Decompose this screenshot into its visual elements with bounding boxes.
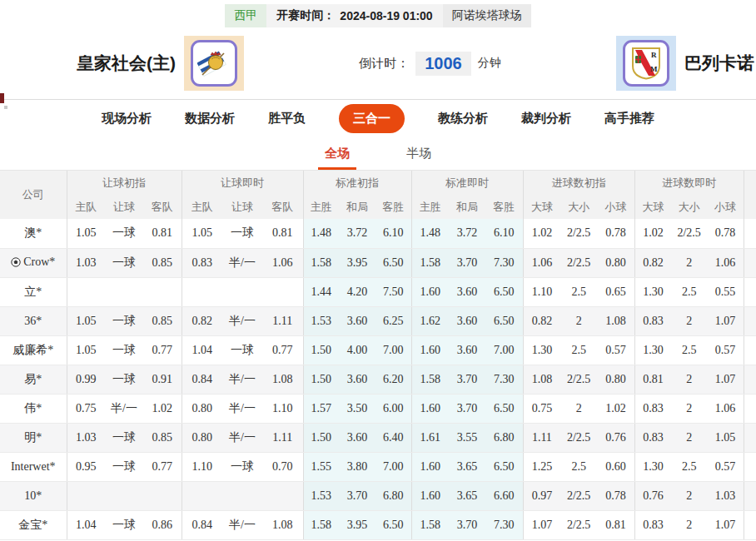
- company-cell[interactable]: 36*: [0, 306, 67, 335]
- match-info-bar: 西甲 开赛时间： 2024-08-19 01:00 阿诺埃塔球场: [0, 0, 756, 27]
- odds-cell: [182, 481, 222, 510]
- table-row: Crow*1.03一球0.850.83半/一1.061.583.956.501.…: [0, 248, 756, 277]
- company-name: 金宝*: [18, 519, 47, 531]
- table-row: 伟*0.75半/一1.020.80半/一1.101.573.506.001.60…: [0, 394, 756, 423]
- odds-cell: 0.86: [143, 510, 182, 539]
- subtab-half-match[interactable]: 半场: [405, 137, 433, 170]
- odds-cell: 6.20: [376, 365, 411, 394]
- table-row: 威廉希*1.05一球0.771.04一球0.771.504.007.001.60…: [0, 335, 756, 365]
- odds-cell: 6.80: [376, 481, 411, 510]
- spacer-cell: [744, 335, 756, 365]
- tab-data-analysis[interactable]: 数据分析: [185, 111, 235, 127]
- odds-cell: 1.48: [411, 219, 449, 248]
- odds-cell: 0.81: [597, 510, 634, 539]
- odds-cell: [143, 481, 182, 510]
- odds-cell: 2/2.5: [560, 481, 597, 510]
- odds-cell: 一球: [105, 248, 143, 277]
- odds-cell: 0.81: [634, 365, 671, 394]
- venue-badge: 阿诺埃塔球场: [443, 4, 531, 27]
- odds-cell: 2/2.5: [560, 423, 597, 452]
- real-sociedad-crest-icon: [197, 47, 231, 80]
- subcol-header: 和局: [339, 196, 376, 219]
- odds-cell: 一球: [105, 452, 143, 481]
- odds-cell: 6.50: [485, 452, 523, 481]
- odds-cell: 一球: [222, 335, 262, 365]
- company-cell[interactable]: 金宝*: [0, 510, 67, 539]
- odds-cell: 1.57: [303, 394, 339, 423]
- table-row: 澳*1.05一球0.811.05一球0.811.483.726.101.483.…: [0, 219, 756, 248]
- company-cell[interactable]: 易*: [0, 365, 67, 394]
- odds-cell: 1.30: [634, 452, 671, 481]
- odds-cell: 3.65: [449, 481, 485, 510]
- odds-cell: 1.55: [303, 452, 339, 481]
- group-header-1x2-live: 标准即时: [411, 171, 523, 196]
- odds-cell: 7.30: [485, 248, 523, 277]
- spacer-cell: [744, 452, 756, 481]
- kickoff-label: 开赛时间：: [276, 8, 335, 23]
- odds-cell: 1.08: [262, 365, 303, 394]
- odds-cell: 0.83: [634, 510, 671, 539]
- odds-cell: 3.60: [339, 365, 376, 394]
- table-row: 明*1.03一球0.850.80半/一1.111.503.606.401.613…: [0, 423, 756, 452]
- kickoff-time: 开赛时间： 2024-08-19 01:00: [266, 4, 442, 27]
- table-row: Interwet*0.95一球0.771.10一球0.701.553.807.0…: [0, 452, 756, 481]
- odds-cell: 一球: [105, 510, 143, 539]
- tab-expert-picks[interactable]: 高手推荐: [604, 111, 654, 127]
- group-header-goals-live: 进球数即时: [634, 171, 744, 196]
- company-cell[interactable]: 澳*: [0, 219, 67, 248]
- countdown-unit: 分钟: [478, 56, 501, 71]
- company-cell[interactable]: 威廉希*: [0, 335, 67, 365]
- odds-cell: 1.07: [707, 510, 744, 539]
- column-header-company: 公司: [0, 171, 67, 219]
- odds-cell: 1.08: [597, 306, 634, 335]
- odds-cell: 0.83: [634, 306, 671, 335]
- odds-cell: 6.00: [376, 394, 411, 423]
- odds-cell: 一球: [105, 365, 143, 394]
- odds-cell: 0.76: [634, 481, 671, 510]
- odds-cell: 1.11: [262, 306, 303, 335]
- odds-cell: 1.48: [303, 219, 339, 248]
- odds-cell: 1.05: [67, 219, 105, 248]
- odds-cell: 2.5: [560, 335, 597, 365]
- odds-cell: 0.77: [143, 335, 182, 365]
- subtab-full-match[interactable]: 全场: [323, 137, 351, 170]
- odds-cell: 1.60: [411, 481, 449, 510]
- company-cell[interactable]: 伟*: [0, 394, 67, 423]
- company-cell[interactable]: 10*: [0, 481, 67, 510]
- company-cell[interactable]: Crow*: [0, 248, 67, 277]
- odds-cell: 1.11: [523, 423, 560, 452]
- tab-win-draw-lose[interactable]: 胜平负: [268, 111, 306, 127]
- subcol-header: 大小: [671, 196, 707, 219]
- odds-cell: 3.70: [449, 365, 485, 394]
- company-cell[interactable]: 立*: [0, 277, 67, 306]
- odds-cell: 2/2.5: [560, 248, 597, 277]
- spacer-cell: [744, 510, 756, 539]
- tab-live-analysis[interactable]: 现场分析: [102, 111, 152, 127]
- odds-cell: [262, 277, 303, 306]
- odds-cell: 半/一: [105, 394, 143, 423]
- rayo-vallecano-crest-icon: R M: [630, 46, 662, 81]
- tab-coach-analysis[interactable]: 教练分析: [438, 111, 488, 127]
- company-cell[interactable]: Interwet*: [0, 452, 67, 481]
- tab-three-in-one[interactable]: 三合一: [339, 104, 405, 133]
- odds-cell: 1.06: [262, 248, 303, 277]
- odds-cell: 1.50: [303, 423, 339, 452]
- odds-cell: 1.08: [262, 510, 303, 539]
- odds-cell: 3.95: [339, 248, 376, 277]
- company-cell[interactable]: 明*: [0, 423, 67, 452]
- tab-referee-analysis[interactable]: 裁判分析: [521, 111, 571, 127]
- odds-cell: 1.62: [411, 306, 449, 335]
- spacer-cell: [744, 394, 756, 423]
- odds-cell: 1.07: [707, 306, 744, 335]
- group-header-handicap-live: 让球即时: [182, 171, 303, 196]
- odds-cell: 2: [671, 423, 707, 452]
- odds-cell: 1.02: [143, 394, 182, 423]
- subcol-header: 让球: [105, 196, 143, 219]
- odds-cell: 半/一: [222, 510, 262, 539]
- spacer-cell: [744, 481, 756, 510]
- period-subtabs: 全场 半场: [0, 136, 756, 171]
- odds-cell: 1.50: [303, 365, 339, 394]
- subcol-header: 客胜: [485, 196, 523, 219]
- odds-cell: 6.60: [485, 481, 523, 510]
- odds-cell: 3.60: [339, 423, 376, 452]
